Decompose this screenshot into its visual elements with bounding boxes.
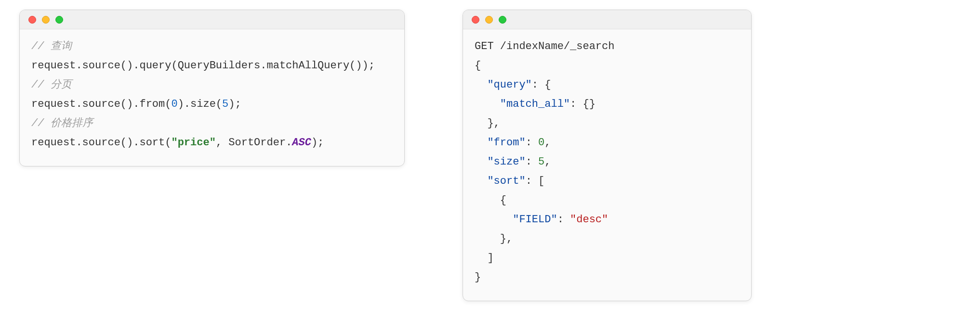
code-number: 0	[171, 98, 177, 110]
code-comment: // 查询	[31, 40, 72, 52]
code-line-part: );	[311, 137, 324, 149]
code-window-java: // 查询 request.source().query(QueryBuilde…	[19, 10, 405, 166]
brace: {	[475, 60, 481, 72]
code-line-part: ).size(	[178, 98, 222, 110]
code-line-part: request.source().sort(	[31, 137, 171, 149]
close-icon[interactable]	[472, 16, 479, 24]
maximize-icon[interactable]	[499, 16, 506, 24]
code-string: "price"	[171, 137, 215, 149]
code-comment: // 价格排序	[31, 117, 93, 129]
maximize-icon[interactable]	[55, 16, 63, 24]
code-window-json: GET /indexName/_search { "query": { "mat…	[463, 10, 752, 301]
code-line: request.source().query(QueryBuilders.mat…	[31, 60, 375, 72]
json-number: 0	[538, 137, 544, 149]
code-line-part: request.source().from(	[31, 98, 171, 110]
code-number: 5	[222, 98, 228, 110]
minimize-icon[interactable]	[42, 16, 50, 24]
window-titlebar	[20, 10, 404, 29]
json-key: "query"	[487, 79, 531, 91]
json-string: "desc"	[570, 214, 608, 226]
json-key: "from"	[487, 137, 525, 149]
json-key: "sort"	[487, 175, 525, 187]
code-line-part: , SortOrder.	[216, 137, 292, 149]
code-content-json: GET /indexName/_search { "query": { "mat…	[463, 29, 751, 301]
json-key: "size"	[487, 156, 525, 168]
code-line-part: );	[228, 98, 241, 110]
brace: }	[475, 271, 481, 283]
close-icon[interactable]	[28, 16, 36, 24]
request-line: GET /indexName/_search	[475, 40, 614, 52]
json-key: "match_all"	[500, 98, 570, 110]
json-key: "FIELD"	[513, 214, 557, 226]
code-content-java: // 查询 request.source().query(QueryBuilde…	[20, 29, 404, 166]
minimize-icon[interactable]	[485, 16, 493, 24]
window-titlebar	[463, 10, 751, 29]
json-number: 5	[538, 156, 544, 168]
code-enum: ASC	[292, 137, 311, 149]
code-comment: // 分页	[31, 79, 72, 91]
